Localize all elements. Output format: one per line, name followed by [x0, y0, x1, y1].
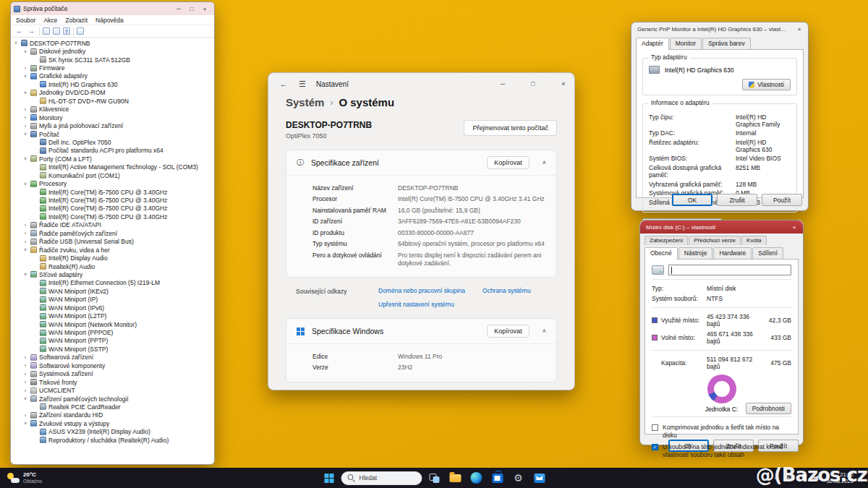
- mail-button[interactable]: [531, 469, 548, 487]
- tree-item[interactable]: Reproduktory / sluchátka (Realtek(R) Aud…: [11, 436, 214, 444]
- tab-kvóta[interactable]: Kvóta: [741, 236, 766, 245]
- settings-titlebar[interactable]: ← ☰ Nastavení ─ □ ×: [268, 73, 574, 95]
- minimize-icon[interactable]: ─: [172, 4, 185, 14]
- tree-item[interactable]: ›Softwarové komponenty: [11, 361, 214, 369]
- maximize-icon[interactable]: □: [522, 73, 544, 95]
- forward-icon[interactable]: →: [27, 27, 36, 36]
- tab-nástroje[interactable]: Nástroje: [678, 247, 713, 259]
- tree-item[interactable]: ›Myši a jiná polohovací zařízení: [11, 121, 214, 129]
- tree-item[interactable]: ASUS VX239 (Intel(R) Display Audio): [11, 428, 214, 436]
- tree-item[interactable]: ˅Jednotky DVD/CD-ROM: [11, 89, 214, 97]
- tree-item[interactable]: Realtek PCIE CardReader: [11, 403, 214, 411]
- tree-item[interactable]: Počítač standardu ACPI pro platformu x64: [11, 147, 214, 155]
- show-console-tree-icon[interactable]: [43, 27, 50, 35]
- menu-nápověda[interactable]: Nápověda: [95, 17, 124, 24]
- copy-windows-spec-button[interactable]: Kopírovat: [487, 325, 529, 338]
- tree-item[interactable]: WAN Miniport (PPTP): [11, 337, 214, 345]
- tree-item[interactable]: ˅Porty (COM a LPT): [11, 155, 214, 163]
- tree-item[interactable]: Intel(R) Core(TM) i5-7500 CPU @ 3.40GHz: [11, 205, 214, 213]
- expand-expanded-icon[interactable]: ˅: [22, 421, 28, 426]
- ok-button[interactable]: OK: [672, 194, 712, 206]
- tree-item[interactable]: ›Monitory: [11, 114, 214, 121]
- tree-item[interactable]: Intel(R) Display Audio: [11, 254, 214, 262]
- tree-item[interactable]: Intel(R) Active Management Technology - …: [11, 163, 214, 171]
- tab-předchozí-verze[interactable]: Předchozí verze: [689, 236, 741, 245]
- search-box[interactable]: Hledat: [341, 471, 422, 485]
- expand-expanded-icon[interactable]: ˅: [22, 247, 28, 252]
- tab-správa-barev[interactable]: Správa barev: [702, 38, 751, 49]
- tree-item[interactable]: SK hynix SC311 SATA 512GB: [11, 56, 214, 64]
- expand-collapsed-icon[interactable]: ›: [22, 363, 28, 368]
- weather-widget[interactable]: 20°C Oblačno: [0, 468, 49, 488]
- compress-checkbox-row[interactable]: Komprimovat jednotku a šetřit tak místo …: [652, 424, 791, 440]
- tree-item[interactable]: ›Systémová zařízení: [11, 370, 214, 378]
- expand-collapsed-icon[interactable]: ›: [22, 355, 28, 360]
- expand-expanded-icon[interactable]: ˅: [22, 181, 28, 187]
- close-icon[interactable]: ×: [553, 73, 574, 95]
- expand-collapsed-icon[interactable]: ›: [22, 231, 28, 236]
- tree-item[interactable]: ˅Zařízení paměťových technologií: [11, 395, 214, 403]
- tree-item[interactable]: ›Softwarová zařízení: [11, 354, 214, 361]
- task-view-button[interactable]: [426, 469, 443, 487]
- tree-item[interactable]: WAN Miniport (IP): [11, 296, 214, 304]
- expand-collapsed-icon[interactable]: ›: [22, 413, 28, 418]
- tree-item[interactable]: ›Řadiče IDE ATA/ATAPI: [11, 221, 214, 229]
- tree-item[interactable]: ˅Zvukové vstupy a výstupy: [11, 419, 214, 427]
- tree-item[interactable]: ›UCMCLIENT: [11, 386, 214, 394]
- tree-item[interactable]: ›Tiskové fronty: [11, 378, 214, 386]
- tab-monitor[interactable]: Monitor: [670, 38, 702, 49]
- expand-collapsed-icon[interactable]: ›: [22, 372, 28, 377]
- device-spec-header[interactable]: ⓘ Specifikace zařízení Kopírovat ˄: [286, 150, 556, 175]
- maximize-icon[interactable]: □: [185, 4, 198, 14]
- tab-sdílení[interactable]: Sdílení: [752, 247, 783, 259]
- tree-item[interactable]: Realtek(R) Audio: [11, 262, 214, 270]
- tree-item[interactable]: WAN Miniport (SSTP): [11, 345, 214, 353]
- tree-item[interactable]: ›Řadiče paměťových zařízení: [11, 229, 214, 237]
- cancel-button[interactable]: Zrušit: [717, 194, 757, 206]
- tree-item[interactable]: ˅Diskové jednotky: [11, 47, 214, 55]
- close-icon[interactable]: ×: [792, 24, 807, 34]
- tree-item[interactable]: WAN Miniport (L2TP): [11, 312, 214, 320]
- tree-item[interactable]: WAN Miniport (PPPOE): [11, 328, 214, 336]
- expand-collapsed-icon[interactable]: ›: [22, 388, 28, 393]
- related-link[interactable]: Ochrana systému: [482, 287, 531, 294]
- checkbox-unchecked-icon[interactable]: [652, 424, 658, 431]
- back-icon[interactable]: ←: [278, 80, 289, 88]
- expand-collapsed-icon[interactable]: ›: [22, 239, 28, 244]
- close-icon[interactable]: ×: [198, 4, 211, 14]
- computer-management-titlebar[interactable]: Správa počítače ─ □ ×: [11, 2, 214, 15]
- checkbox-checked-icon[interactable]: ✓: [652, 444, 658, 450]
- tree-item[interactable]: ›Zařízení standardu HID: [11, 411, 214, 419]
- store-button[interactable]: [489, 469, 506, 487]
- expand-collapsed-icon[interactable]: ›: [22, 124, 28, 129]
- file-explorer-button[interactable]: [447, 469, 464, 487]
- expand-expanded-icon[interactable]: ˅: [22, 74, 28, 79]
- expand-expanded-icon[interactable]: ˅: [22, 90, 28, 95]
- tree-item[interactable]: Komunikační port (COM1): [11, 171, 214, 179]
- volume-label-input[interactable]: [668, 265, 791, 275]
- expand-collapsed-icon[interactable]: ›: [22, 223, 28, 228]
- details-button[interactable]: Podrobnosti: [746, 403, 791, 414]
- tree-item[interactable]: ˅Počítač: [11, 130, 214, 138]
- menu-zobrazit[interactable]: Zobrazit: [65, 17, 88, 24]
- tree-item[interactable]: Intel(R) Core(TM) i5-7500 CPU @ 3.40GHz: [11, 213, 214, 221]
- related-link[interactable]: Upřesnit nastavení systému: [378, 301, 454, 308]
- tree-item[interactable]: ›Firmware: [11, 64, 214, 72]
- tree-item[interactable]: ˅Řadiče zvuku, videa a her: [11, 246, 214, 254]
- tree-item[interactable]: HL-DT-ST DVD+-RW GU90N: [11, 97, 214, 105]
- rename-pc-button[interactable]: Přejmenovat tento počítač: [464, 120, 557, 136]
- menu-akce[interactable]: Akce: [43, 17, 57, 24]
- tree-item[interactable]: ˅Procesory: [11, 179, 214, 187]
- expand-expanded-icon[interactable]: ˅: [22, 156, 28, 161]
- menu-soubor[interactable]: Soubor: [16, 17, 35, 24]
- start-button[interactable]: [320, 469, 338, 487]
- tree-item[interactable]: WAN Miniport (Network Monitor): [11, 320, 214, 328]
- tab-hardware[interactable]: Hardware: [713, 247, 752, 259]
- scan-for-hardware-changes-icon[interactable]: [77, 27, 84, 35]
- tree-item[interactable]: Intel(R) Core(TM) i5-7500 CPU @ 3.40GHz: [11, 196, 214, 204]
- hamburger-icon[interactable]: ☰: [297, 80, 307, 89]
- properties-icon[interactable]: [53, 27, 60, 35]
- expand-expanded-icon[interactable]: ˅: [22, 396, 28, 401]
- edge-button[interactable]: [468, 469, 485, 487]
- breadcrumb-system[interactable]: Systém: [286, 96, 324, 108]
